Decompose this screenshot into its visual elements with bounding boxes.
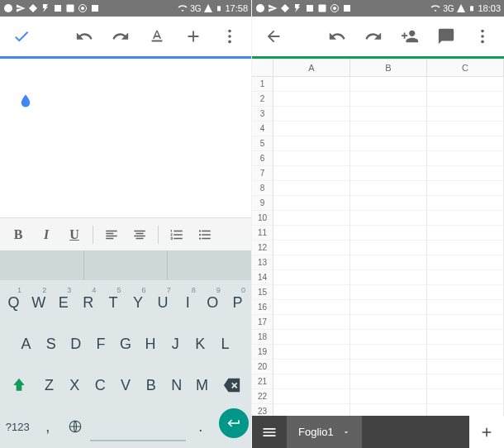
- row-header[interactable]: 2: [252, 92, 273, 107]
- key-j[interactable]: J: [164, 326, 187, 362]
- row-header[interactable]: 11: [252, 226, 273, 241]
- cell[interactable]: [350, 211, 427, 226]
- symbols-key[interactable]: ?123: [2, 408, 32, 445]
- key-z[interactable]: Z: [38, 367, 61, 403]
- cursor-handle-icon[interactable]: [18, 92, 33, 113]
- row-header[interactable]: 1: [252, 77, 273, 92]
- row-header[interactable]: 12: [252, 241, 273, 255]
- period-key[interactable]: .: [188, 408, 213, 445]
- key-m[interactable]: M: [191, 367, 214, 403]
- cell[interactable]: [427, 389, 504, 404]
- key-i[interactable]: I8: [177, 284, 199, 321]
- key-l[interactable]: L: [214, 326, 236, 362]
- key-w[interactable]: W2: [27, 284, 50, 321]
- key-o[interactable]: O9: [202, 284, 224, 321]
- bulleted-list-button[interactable]: [192, 222, 218, 248]
- cell[interactable]: [273, 151, 350, 166]
- back-button[interactable]: [259, 21, 288, 51]
- add-person-button[interactable]: [395, 21, 425, 51]
- row-header[interactable]: 8: [252, 181, 273, 196]
- cell[interactable]: [427, 374, 504, 389]
- cell[interactable]: [273, 255, 350, 270]
- document-canvas[interactable]: [0, 59, 251, 217]
- cell[interactable]: [350, 300, 427, 315]
- cell[interactable]: [273, 226, 350, 241]
- key-d[interactable]: D: [64, 326, 87, 362]
- cell[interactable]: [427, 77, 504, 92]
- cell[interactable]: [350, 241, 427, 255]
- add-sheet-button[interactable]: [469, 416, 504, 448]
- row-header[interactable]: 20: [252, 360, 273, 374]
- cell[interactable]: [350, 77, 427, 92]
- cell[interactable]: [427, 330, 504, 345]
- cell[interactable]: [273, 300, 350, 315]
- cell[interactable]: [350, 285, 427, 300]
- cell[interactable]: [427, 181, 504, 196]
- suggestion-slot[interactable]: [168, 250, 251, 280]
- key-y[interactable]: Y6: [126, 284, 149, 321]
- cell[interactable]: [427, 196, 504, 211]
- cell[interactable]: [273, 404, 350, 416]
- row-header[interactable]: 7: [252, 166, 273, 181]
- key-a[interactable]: A: [15, 326, 37, 362]
- overflow-menu-button[interactable]: [215, 21, 245, 51]
- row-header[interactable]: 6: [252, 151, 273, 166]
- column-header[interactable]: B: [350, 59, 427, 77]
- key-s[interactable]: S: [40, 326, 62, 362]
- key-q[interactable]: Q1: [2, 284, 25, 321]
- key-r[interactable]: R4: [77, 284, 99, 321]
- key-t[interactable]: T5: [102, 284, 124, 321]
- cell[interactable]: [427, 300, 504, 315]
- cell[interactable]: [350, 181, 427, 196]
- cell[interactable]: [350, 92, 427, 107]
- grid-corner[interactable]: [252, 59, 273, 77]
- row-header[interactable]: 3: [252, 107, 273, 122]
- comma-key[interactable]: ,: [35, 408, 59, 445]
- cell[interactable]: [273, 330, 350, 345]
- cell[interactable]: [273, 241, 350, 255]
- cell[interactable]: [273, 374, 350, 389]
- cell[interactable]: [427, 255, 504, 270]
- row-header[interactable]: 22: [252, 389, 273, 404]
- italic-button[interactable]: I: [33, 222, 59, 248]
- row-header[interactable]: 21: [252, 374, 273, 389]
- cell[interactable]: [427, 270, 504, 285]
- cell[interactable]: [273, 181, 350, 196]
- cell[interactable]: [350, 389, 427, 404]
- cell[interactable]: [350, 226, 427, 241]
- key-n[interactable]: N: [165, 367, 188, 403]
- row-header[interactable]: 15: [252, 285, 273, 300]
- cell[interactable]: [427, 166, 504, 181]
- key-e[interactable]: E3: [52, 284, 74, 321]
- row-header[interactable]: 17: [252, 315, 273, 330]
- cell[interactable]: [273, 196, 350, 211]
- cell[interactable]: [350, 151, 427, 166]
- cell[interactable]: [350, 374, 427, 389]
- cell[interactable]: [350, 122, 427, 136]
- all-sheets-button[interactable]: [252, 416, 287, 448]
- column-header[interactable]: A: [273, 59, 350, 77]
- row-header[interactable]: 23: [252, 404, 273, 416]
- row-header[interactable]: 4: [252, 122, 273, 136]
- cell[interactable]: [273, 166, 350, 181]
- cell[interactable]: [427, 345, 504, 360]
- confirm-button[interactable]: [7, 21, 36, 51]
- undo-button[interactable]: [322, 21, 352, 51]
- suggestion-slot[interactable]: [84, 250, 169, 280]
- comment-button[interactable]: [431, 21, 461, 51]
- cell[interactable]: [427, 404, 504, 416]
- cell[interactable]: [350, 360, 427, 374]
- key-g[interactable]: G: [114, 326, 136, 362]
- row-header[interactable]: 9: [252, 196, 273, 211]
- cell[interactable]: [273, 122, 350, 136]
- cell[interactable]: [273, 360, 350, 374]
- row-header[interactable]: 10: [252, 211, 273, 226]
- key-x[interactable]: X: [63, 367, 86, 403]
- row-header[interactable]: 18: [252, 330, 273, 345]
- align-left-button[interactable]: [98, 222, 125, 248]
- enter-key[interactable]: [219, 408, 249, 438]
- backspace-key[interactable]: [216, 367, 249, 403]
- redo-button[interactable]: [106, 21, 136, 51]
- key-k[interactable]: K: [189, 326, 212, 362]
- key-p[interactable]: P0: [226, 284, 249, 321]
